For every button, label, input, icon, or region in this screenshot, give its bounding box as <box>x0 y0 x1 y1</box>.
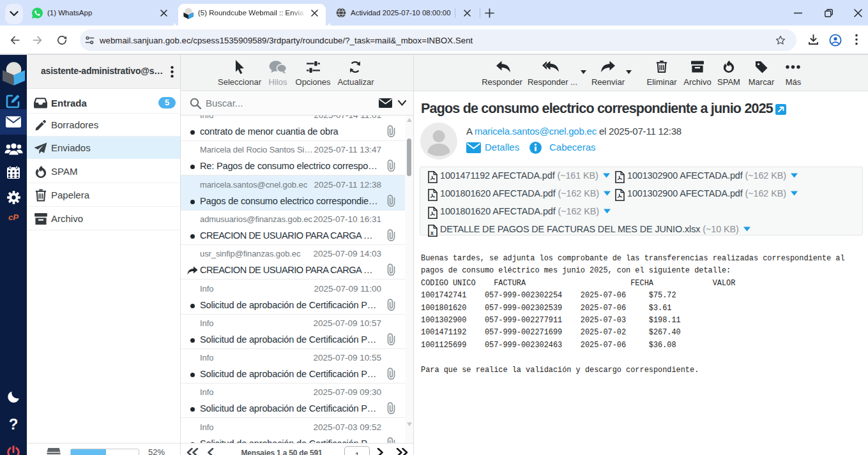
svg-text:x: x <box>430 230 434 236</box>
